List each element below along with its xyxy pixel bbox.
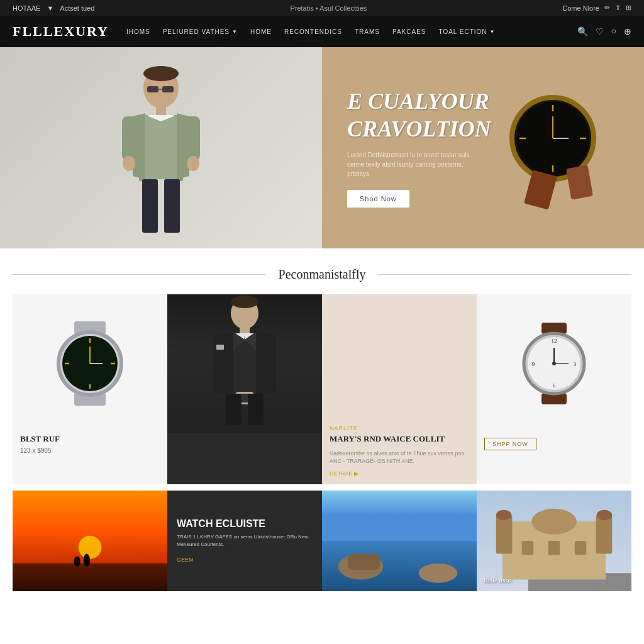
announcement-center: Pretatis • Asul Collectties bbox=[290, 4, 367, 12]
section-title-wrap: Peconmanistalfly bbox=[0, 248, 644, 294]
nav-item-home[interactable]: HOME bbox=[245, 28, 277, 35]
svg-text:12: 12 bbox=[552, 338, 557, 344]
watch-promo-title: WATCH ECLUISTE bbox=[177, 518, 313, 530]
share-icon[interactable]: ⇧ bbox=[615, 4, 621, 12]
heart-icon[interactable]: ♡ bbox=[596, 26, 604, 37]
building-image: Yasle asso bbox=[477, 491, 631, 591]
hero-section: E CUALYOUR CRAVOLTION Lucted Detblistrem… bbox=[0, 47, 644, 248]
announcement-bar: HOTAAE ▼ Actset tued Pretatis • Asul Col… bbox=[0, 0, 644, 16]
svg-text:9: 9 bbox=[532, 361, 535, 367]
svg-rect-73 bbox=[522, 541, 533, 555]
svg-rect-10 bbox=[164, 179, 180, 233]
svg-text:3: 3 bbox=[574, 361, 577, 367]
shop-now-button-4[interactable]: SHPP NOW bbox=[484, 438, 536, 450]
product-card-1-image bbox=[13, 294, 167, 433]
product-card-4-image: 12 3 6 9 bbox=[477, 294, 631, 433]
product-card-2-image bbox=[167, 294, 322, 433]
product-card-1: BLST RUF 123 x $905 bbox=[13, 294, 167, 484]
svg-rect-43 bbox=[248, 394, 264, 425]
bottom-card-sunset bbox=[13, 491, 167, 591]
svg-rect-64 bbox=[348, 554, 380, 570]
hotaae-dropdown[interactable]: ▼ bbox=[47, 4, 53, 12]
section-line-left bbox=[13, 274, 266, 275]
building-title: Yasle asso bbox=[483, 576, 511, 584]
svg-point-58 bbox=[74, 557, 80, 567]
product-link-3[interactable]: DETRAE ▶ bbox=[322, 470, 477, 484]
svg-rect-57 bbox=[13, 564, 167, 591]
bottom-card-building: Yasle asso bbox=[477, 491, 631, 591]
hero-subtext: Lucted Detblistrement lu to nnest testur… bbox=[347, 150, 473, 179]
product-title-3: MARY'S RND WAICE COLLIT bbox=[322, 433, 477, 447]
svg-rect-74 bbox=[548, 541, 560, 555]
svg-rect-69 bbox=[496, 515, 513, 554]
product-card-3: NARLITE MARY'S RND WAICE COLLIT Sadexero… bbox=[322, 294, 477, 484]
actset-label: Actset tued bbox=[60, 4, 94, 12]
svg-rect-71 bbox=[596, 515, 613, 554]
suit-man-image bbox=[167, 294, 322, 433]
hero-cta-button[interactable]: Shod Now bbox=[347, 190, 409, 208]
product-card-4: 12 3 6 9 SHPP NOW bbox=[477, 294, 631, 484]
watch-promo-desc: TRAIS 1 LKHRY GAFES un sems Ulobtsthouse… bbox=[177, 533, 313, 547]
sunset-image bbox=[13, 491, 167, 591]
svg-rect-42 bbox=[226, 394, 242, 425]
svg-point-13 bbox=[123, 156, 135, 171]
svg-point-72 bbox=[597, 510, 613, 520]
nav-item-ihoms[interactable]: IHOMS bbox=[121, 28, 155, 35]
hotaae-label[interactable]: HOTAAE bbox=[13, 4, 40, 12]
svg-rect-24 bbox=[566, 165, 593, 199]
svg-point-36 bbox=[231, 296, 258, 308]
grid-icon[interactable]: ⊞ bbox=[626, 4, 631, 12]
user-icon[interactable]: ○ bbox=[611, 26, 616, 36]
svg-point-14 bbox=[187, 156, 199, 171]
svg-rect-60 bbox=[322, 491, 477, 541]
svg-rect-12 bbox=[186, 116, 200, 160]
section-title: Peconmanistalfly bbox=[279, 267, 366, 282]
pencil-icon[interactable]: ✏ bbox=[604, 4, 610, 12]
bottom-card-ocean bbox=[322, 491, 477, 591]
section-line-right bbox=[378, 274, 631, 275]
hero-right-content: E CUALYOUR CRAVOLTION Lucted Detblistrem… bbox=[347, 88, 491, 207]
product-title-1: BLST RUF bbox=[13, 433, 167, 447]
peliured-dropdown-arrow: ▼ bbox=[232, 29, 238, 35]
main-nav: FLLLEXURY IHOMS PELIURED VATHES ▼ HOME R… bbox=[0, 16, 644, 47]
svg-point-56 bbox=[79, 536, 102, 559]
nav-item-trams[interactable]: TRAMS bbox=[350, 28, 385, 35]
product-desc-3: Sadexerorshe os alves anic of te Thue su… bbox=[322, 447, 477, 470]
hero-right-panel: E CUALYOUR CRAVOLTION Lucted Detblistrem… bbox=[322, 47, 644, 248]
hero-headline: E CUALYOUR CRAVOLTION bbox=[347, 88, 491, 142]
nav-icons: 🔍 ♡ ○ ⊕ bbox=[577, 26, 631, 37]
toal-dropdown-arrow: ▼ bbox=[490, 29, 496, 35]
announcement-right: Come Nlore ✏ ⇧ ⊞ bbox=[562, 4, 631, 12]
hero-left-panel bbox=[0, 47, 322, 248]
nav-item-peliured[interactable]: PELIURED VATHES ▼ bbox=[158, 28, 243, 35]
nav-item-toal[interactable]: TOAL ECTION ▼ bbox=[433, 28, 500, 35]
svg-rect-11 bbox=[122, 116, 136, 160]
svg-text:6: 6 bbox=[553, 382, 556, 389]
product-price-1: 123 x $905 bbox=[13, 447, 167, 459]
cart-icon[interactable]: ⊕ bbox=[624, 26, 631, 37]
svg-rect-3 bbox=[162, 86, 174, 92]
building-overlay: Yasle asso bbox=[483, 574, 511, 585]
svg-point-59 bbox=[84, 554, 90, 567]
svg-point-1 bbox=[143, 66, 179, 81]
man-figure-svg bbox=[98, 53, 224, 242]
brand-logo[interactable]: FLLLEXURY bbox=[13, 23, 109, 40]
svg-rect-5 bbox=[156, 106, 166, 116]
come-nlore-label[interactable]: Come Nlore bbox=[562, 4, 599, 12]
svg-rect-39 bbox=[216, 345, 224, 350]
hero-man-image bbox=[0, 47, 322, 248]
nav-items: IHOMS PELIURED VATHES ▼ HOME RECONTENDIC… bbox=[121, 28, 577, 35]
svg-rect-2 bbox=[147, 86, 158, 92]
product-label-3: NARLITE bbox=[322, 420, 477, 433]
watch-promo-link[interactable]: GEEM bbox=[177, 557, 194, 563]
svg-point-63 bbox=[419, 564, 458, 583]
nav-item-recontendics[interactable]: RECONTENDICS bbox=[279, 28, 347, 35]
bottom-grid: WATCH ECLUISTE TRAIS 1 LKHRY GAFES un se… bbox=[0, 491, 644, 591]
search-icon[interactable]: 🔍 bbox=[577, 26, 588, 37]
watch-promo-text: WATCH ECLUISTE TRAIS 1 LKHRY GAFES un se… bbox=[177, 518, 313, 564]
svg-rect-23 bbox=[524, 170, 557, 209]
nav-item-pakcaes[interactable]: PAKCAES bbox=[387, 28, 431, 35]
product-card-3-image bbox=[322, 294, 477, 420]
hero-watch-image bbox=[499, 85, 625, 211]
ocean-image bbox=[322, 491, 477, 591]
